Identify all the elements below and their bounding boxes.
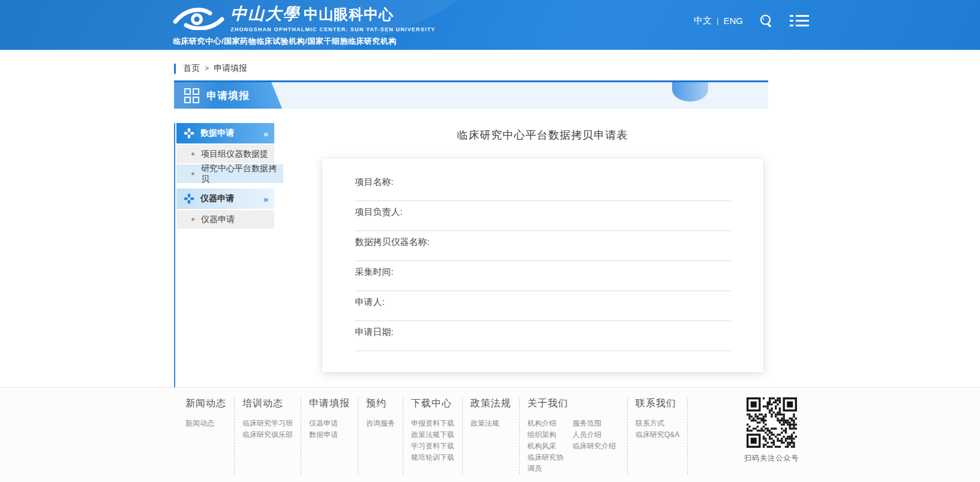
sidebar-item-center-platform-data-copy[interactable]: 研究中心平台数据拷贝 bbox=[176, 164, 283, 183]
sidebar-menu: 数据申请 » 项目组仪器数据提 研究中心平台数据拷贝 仪器申请 » 仪器申请 bbox=[174, 123, 283, 404]
application-form-card: 项目名称: 项目负责人: 数据拷贝仪器名称: 采集时间: 申请人: 申请日期: bbox=[322, 158, 763, 372]
section-banner-label: 申请填报 bbox=[174, 82, 282, 109]
footer-link[interactable]: 临床研究学习班 bbox=[242, 418, 293, 429]
footer-link[interactable]: 数据申请 bbox=[309, 429, 350, 440]
sidebar-group-data-application[interactable]: 数据申请 » bbox=[176, 123, 274, 143]
footer-link[interactable]: 申报资料下载 bbox=[411, 418, 454, 429]
lang-divider: | bbox=[717, 16, 718, 25]
sidebar-group-instrument-application[interactable]: 仪器申请 » bbox=[176, 188, 274, 209]
hamburger-list-icon bbox=[790, 15, 809, 26]
sidebar-item-instrument-application[interactable]: 仪器申请 bbox=[176, 210, 274, 229]
bullet-dot-icon bbox=[191, 218, 194, 221]
footer-col-about: 关于我们 机构介绍 组织架构 机构风采 临床研究协调员 服务范围 人员介绍 临床… bbox=[520, 397, 628, 474]
footer: 新闻动态 新闻动态 培训动态 临床研究学习班 临床研究俱乐部 申请填报 仪器申请… bbox=[0, 387, 980, 482]
field-label: 申请日期: bbox=[355, 327, 730, 342]
footer-heading: 预约 bbox=[366, 397, 395, 410]
footer-link[interactable]: 人员介绍 bbox=[573, 429, 619, 440]
petal-flower-icon bbox=[184, 128, 194, 139]
center-name: 中山眼科中心 bbox=[304, 5, 394, 24]
footer-heading: 政策法规 bbox=[470, 397, 511, 410]
grid-icon bbox=[184, 88, 199, 103]
breadcrumb-current[interactable]: 申请填报 bbox=[214, 63, 247, 74]
footer-link[interactable]: 临床研究介绍 bbox=[573, 441, 619, 451]
instrument-name-input[interactable] bbox=[355, 252, 730, 261]
eye-logo-icon bbox=[173, 6, 224, 30]
sidebar-item-label: 项目组仪器数据提 bbox=[201, 149, 268, 160]
language-switch: 中文 | ENG bbox=[694, 15, 743, 26]
bullet-dot-icon bbox=[191, 152, 194, 155]
qr-caption: 扫码关注公众号 bbox=[744, 453, 799, 463]
footer-link[interactable]: 规培轮训下载 bbox=[411, 452, 454, 463]
footer-link[interactable]: 临床研究俱乐部 bbox=[242, 429, 293, 440]
search-icon bbox=[759, 13, 774, 29]
applicant-input[interactable] bbox=[355, 312, 730, 321]
footer-link[interactable]: 学习资料下载 bbox=[411, 441, 454, 451]
sidebar-group-label: 数据申请 bbox=[200, 128, 257, 139]
form-field-collection-time: 采集时间: bbox=[355, 267, 730, 291]
university-name: 中山大學 bbox=[230, 3, 300, 25]
section-banner: 申请填报 bbox=[174, 80, 768, 109]
footer-link[interactable]: 新闻动态 bbox=[185, 418, 226, 429]
footer-heading: 申请填报 bbox=[309, 397, 350, 410]
form-field-application-date: 申请日期: bbox=[355, 327, 730, 351]
footer-col-applications: 申请填报 仪器申请 数据申请 bbox=[301, 397, 358, 474]
field-label: 项目负责人: bbox=[355, 206, 730, 221]
qr-code-image bbox=[747, 397, 797, 448]
footer-col-downloads: 下载中心 申报资料下载 政策法规下载 学习资料下载 规培轮训下载 bbox=[403, 397, 463, 474]
menu-button[interactable] bbox=[790, 15, 809, 26]
breadcrumb: 首页 > 申请填报 bbox=[174, 63, 802, 74]
form-area: 临床研究中心平台数据拷贝申请表 项目名称: 项目负责人: 数据拷贝仪器名称: 采… bbox=[283, 123, 802, 404]
breadcrumb-home-link[interactable]: 首页 bbox=[183, 63, 200, 74]
search-button[interactable] bbox=[759, 13, 774, 29]
sidebar-group-label: 仪器申请 bbox=[200, 193, 257, 204]
footer-link[interactable]: 临床研究协调员 bbox=[528, 452, 565, 474]
footer-col-contact: 联系我们 联系方式 临床研究Q&A bbox=[628, 397, 688, 474]
footer-heading: 培训动态 bbox=[242, 397, 293, 410]
lang-en-link[interactable]: ENG bbox=[723, 16, 743, 26]
bullet-dot-icon bbox=[191, 172, 194, 175]
sidebar-item-project-instrument-data[interactable]: 项目组仪器数据提 bbox=[176, 145, 274, 163]
footer-link[interactable]: 联系方式 bbox=[636, 418, 679, 429]
section-title: 申请填报 bbox=[206, 89, 250, 103]
footer-link[interactable]: 仪器申请 bbox=[309, 418, 350, 429]
footer-heading: 关于我们 bbox=[528, 397, 619, 410]
form-field-applicant: 申请人: bbox=[355, 297, 730, 321]
main-content: 数据申请 » 项目组仪器数据提 研究中心平台数据拷贝 仪器申请 » 仪器申请 bbox=[174, 123, 802, 404]
breadcrumb-separator: > bbox=[205, 64, 209, 73]
header-tagline: 临床研究中心/国家药物临床试验机构/国家干细胞临床研究机构 bbox=[173, 36, 436, 47]
footer-link[interactable]: 机构风采 bbox=[528, 441, 565, 451]
form-field-instrument-name: 数据拷贝仪器名称: bbox=[355, 236, 730, 261]
logo-subtitle-en: ZHONGSHAN OPHTHALMIC CENTER. SUN YAT-SEN… bbox=[230, 26, 436, 32]
sidebar-item-label: 仪器申请 bbox=[201, 214, 235, 225]
collection-time-input[interactable] bbox=[355, 282, 730, 291]
field-label: 项目名称: bbox=[355, 176, 730, 191]
banner-semicircle-decoration bbox=[672, 82, 708, 101]
breadcrumb-accent-bar bbox=[174, 64, 176, 74]
footer-link[interactable]: 政策法规下载 bbox=[411, 429, 454, 440]
petal-flower-icon bbox=[184, 193, 194, 204]
form-field-project-leader: 项目负责人: bbox=[355, 206, 730, 231]
footer-col-booking: 预约 咨询服务 bbox=[358, 397, 403, 474]
logo: 中山大學 中山眼科中心 ZHONGSHAN OPHTHALMIC CENTER.… bbox=[173, 3, 436, 47]
footer-link[interactable]: 咨询服务 bbox=[366, 418, 395, 429]
footer-link[interactable]: 政策法规 bbox=[470, 418, 511, 429]
footer-heading: 联系我们 bbox=[636, 397, 679, 410]
footer-link[interactable]: 临床研究Q&A bbox=[636, 429, 679, 440]
double-chevron-icon: » bbox=[263, 194, 268, 204]
qr-code bbox=[747, 397, 797, 448]
double-chevron-icon: » bbox=[263, 128, 268, 139]
sidebar-item-label: 研究中心平台数据拷贝 bbox=[201, 163, 283, 185]
project-name-input[interactable] bbox=[355, 191, 730, 201]
footer-link[interactable]: 服务范围 bbox=[573, 418, 619, 429]
footer-col-policies: 政策法规 政策法规 bbox=[463, 397, 520, 474]
footer-link[interactable]: 组织架构 bbox=[528, 429, 565, 440]
footer-link[interactable]: 机构介绍 bbox=[528, 418, 565, 429]
footer-col-news: 新闻动态 新闻动态 bbox=[178, 397, 235, 474]
footer-heading: 下载中心 bbox=[411, 397, 454, 410]
footer-heading: 新闻动态 bbox=[185, 397, 226, 410]
project-leader-input[interactable] bbox=[355, 221, 730, 231]
field-label: 采集时间: bbox=[355, 267, 730, 282]
lang-cn-link[interactable]: 中文 bbox=[694, 15, 712, 26]
application-date-input[interactable] bbox=[355, 342, 730, 351]
field-label: 申请人: bbox=[355, 297, 730, 312]
